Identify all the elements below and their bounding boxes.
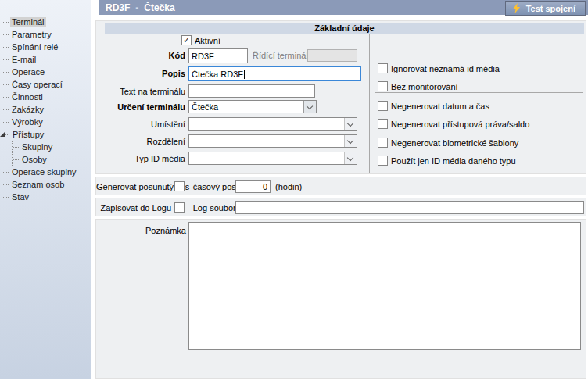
bez-monitorovani-label: Bez monitorování [391, 82, 458, 91]
urceni-terminalu-label: Určení terminálu [96, 102, 185, 112]
sidebar-item-skupiny[interactable]: Skupiny [13, 141, 91, 153]
popis-label: Popis [96, 69, 185, 78]
generovat-posunuty-cas-label: Generovat posunutý čas [96, 182, 171, 191]
tree-connector [2, 47, 9, 48]
rozdeleni-label: Rozdělení [96, 137, 185, 146]
kod-label: Kód [96, 51, 185, 60]
generovat-posunuty-cas-checkbox[interactable] [174, 181, 185, 191]
poznamka-label: Poznámka [96, 226, 186, 235]
bez-monitorovani-checkbox[interactable] [378, 81, 388, 91]
sidebar-children-pristupy: Skupiny Osoby [12, 141, 91, 166]
sidebar-item-cinnosti[interactable]: Činnosti [0, 91, 91, 103]
sidebar-tree: Terminál Parametry Spínání relé E-mail O… [0, 0, 91, 379]
negenerovat-sablony-label: Negenerovat biometrické šablony [391, 138, 518, 148]
aktivni-checkbox[interactable]: ✓ [181, 35, 192, 45]
negenerovat-prava-label: Negenerovat přístupová práva/saldo [391, 120, 529, 129]
kod-input[interactable] [188, 48, 248, 63]
ridici-terminal-input [307, 49, 357, 62]
log-group: Zapisovat do Logu - Log soubor [95, 198, 586, 216]
time-shift-group: Generovat posunutý čas - časový posun (h… [95, 177, 586, 195]
column-divider [369, 34, 370, 173]
sidebar-item-parametry[interactable]: Parametry [0, 28, 91, 41]
casovy-posun-input[interactable] [235, 180, 271, 193]
sidebar-item-seznam-osob[interactable]: Seznam osob [0, 178, 91, 191]
pouzit-jen-id-label: Použít jen ID média daného typu [391, 156, 516, 166]
title-separator: - [130, 2, 144, 13]
ignorovat-neznama-label: Ignorovat neznámá id média [391, 64, 500, 73]
sidebar-item-operace-skupiny[interactable]: Operace skupiny [0, 166, 91, 178]
sidebar-item-stav[interactable]: Stav [0, 191, 91, 203]
tree-connector [2, 72, 9, 73]
zapisovat-do-logu-checkbox[interactable] [174, 202, 185, 213]
text-caret [244, 70, 245, 79]
lightning-icon [513, 3, 521, 13]
chevron-down-icon[interactable] [344, 118, 357, 130]
negenerovat-datum-label: Negenerovat datum a čas [391, 102, 489, 111]
sidebar-item-email[interactable]: E-mail [0, 53, 91, 66]
zapisovat-do-logu-label: Zapisovat do Logu [96, 203, 171, 213]
popis-input[interactable]: Čtečka RD3F [188, 66, 361, 81]
tree-connector [5, 134, 9, 135]
log-soubor-input[interactable] [235, 201, 584, 214]
page-title: RD3F-Čtečka [99, 2, 175, 13]
sidebar-item-vyrobky[interactable]: Výrobky [0, 116, 91, 128]
typ-id-media-select[interactable] [188, 152, 357, 165]
typ-id-media-label: Typ ID média [96, 154, 185, 163]
sidebar-item-osoby[interactable]: Osoby [13, 153, 91, 166]
tree-connector [13, 147, 19, 148]
umisteni-select[interactable] [188, 117, 357, 131]
hodin-suffix-label: (hodin) [275, 182, 302, 191]
negenerovat-datum-checkbox[interactable] [378, 101, 388, 111]
ignorovat-neznama-checkbox[interactable] [378, 63, 388, 73]
options-divider [375, 92, 583, 93]
pouzit-jen-id-checkbox[interactable] [378, 156, 388, 166]
ridici-terminal-label: Řídící terminál [253, 51, 308, 60]
tree-connector [2, 122, 9, 123]
tree-connector [2, 97, 9, 98]
sidebar-item-spinani-rele[interactable]: Spínání relé [0, 41, 91, 53]
sidebar-item-terminal[interactable]: Terminál [0, 16, 91, 28]
tree-connector [2, 34, 9, 35]
terminal-name: Čtečka [144, 2, 174, 13]
chevron-down-icon[interactable] [344, 152, 357, 164]
sidebar-item-operace[interactable]: Operace [0, 66, 91, 78]
section-title: Základní údaje [105, 23, 584, 34]
rozdeleni-select[interactable] [188, 134, 357, 148]
test-connection-button[interactable]: Test spojení [505, 1, 586, 16]
tree-connector [2, 184, 9, 185]
negenerovat-sablony-checkbox[interactable] [378, 138, 388, 148]
tree-connector [2, 84, 9, 85]
terminal-code: RD3F [106, 2, 130, 13]
chevron-down-icon[interactable] [303, 101, 316, 113]
poznamka-textarea[interactable] [188, 222, 581, 350]
urceni-terminalu-select[interactable]: Čtečka [188, 100, 317, 113]
sidebar-item-casy-operaci[interactable]: Časy operací [0, 78, 91, 91]
tree-connector [2, 197, 9, 198]
header-bar: RD3F-Čtečka Test spojení [99, 0, 588, 15]
tree-connector [2, 22, 9, 23]
sidebar-item-pristupy[interactable]: Přístupy [0, 128, 91, 141]
basic-data-group: Základní údaje ✓ Aktivní Kód Řídící term… [95, 20, 586, 174]
umisteni-label: Umístění [96, 120, 185, 129]
note-group: Poznámka [95, 219, 586, 379]
log-soubor-label: - Log soubor [188, 203, 236, 213]
tree-connector [2, 59, 9, 60]
tree-expanded-icon[interactable] [0, 132, 5, 137]
text-na-terminalu-input[interactable] [188, 84, 315, 98]
text-na-terminalu-label: Text na terminálu [96, 87, 185, 96]
negenerovat-prava-checkbox[interactable] [378, 119, 388, 129]
aktivni-label: Aktivní [195, 36, 220, 45]
chevron-down-icon[interactable] [344, 135, 357, 147]
tree-connector [2, 172, 9, 173]
tree-connector [2, 109, 9, 110]
sidebar-item-zakazky[interactable]: Zakázky [0, 103, 91, 116]
tree-connector [13, 159, 19, 160]
